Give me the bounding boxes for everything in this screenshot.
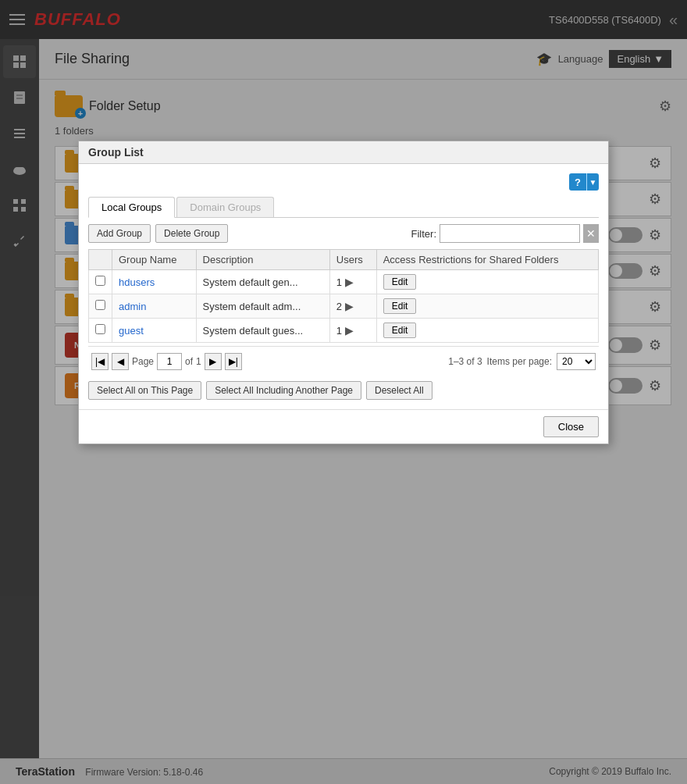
toolbar-right: Filter: ✕ [411,224,600,243]
row-users: 1 ▶ [329,270,376,294]
dialog-footer: Close [79,409,608,444]
first-page-button[interactable]: |◀ [91,353,109,370]
pagination-left: |◀ ◀ Page of 1 ▶ ▶| [91,353,242,370]
of-value: 1 [196,356,201,367]
row-access: Edit [376,319,598,343]
row-description: System default adm... [196,294,329,319]
row-users: 2 ▶ [329,294,376,319]
last-page-button[interactable]: ▶| [225,353,242,370]
group-name-link[interactable]: guest [119,325,144,337]
filter-input[interactable] [440,224,580,243]
tab-domain-groups[interactable]: Domain Groups [176,197,274,217]
of-label: of [185,356,193,367]
table-row: admin System default adm... 2 ▶ Edit [89,294,599,319]
filter-label: Filter: [411,228,437,240]
col-description: Description [196,250,329,270]
row-edit-button[interactable]: Edit [383,298,417,314]
row-checkbox[interactable] [95,324,105,334]
group-name-link[interactable]: admin [119,301,146,312]
dialog-close-button[interactable]: Close [543,416,599,437]
row-group-name: hdusers [112,270,197,294]
pagination-right: 1–3 of 3 Items per page: 20 50 100 [448,353,596,370]
group-name-link[interactable]: hdusers [119,276,155,288]
per-page-select[interactable]: 20 50 100 [557,353,596,370]
row-description: System default gues... [196,319,329,343]
col-users: Users [329,250,376,270]
table-row: hdusers System default gen... 1 ▶ Edit [89,270,599,294]
row-users: 1 ▶ [329,319,376,343]
row-edit-button[interactable]: Edit [383,274,417,290]
add-group-button[interactable]: Add Group [88,224,151,243]
row-access: Edit [376,270,598,294]
row-description: System default gen... [196,270,329,294]
col-check [89,250,112,270]
group-list-dialog: Group List ? ▼ Local Groups Domain Group… [78,141,609,444]
row-access: Edit [376,294,598,319]
row-expand-button[interactable]: ▶ [345,300,354,312]
dialog-title: Group List [88,146,144,159]
row-expand-button[interactable]: ▶ [345,276,354,288]
pagination-bar: |◀ ◀ Page of 1 ▶ ▶| 1–3 of 3 Items per p… [88,346,599,376]
dialog-title-bar: Group List [79,141,608,164]
selection-bar: Select All on This Page Select All Inclu… [88,376,599,400]
prev-page-button[interactable]: ◀ [112,353,129,370]
row-check [89,294,112,319]
deselect-all-button[interactable]: Deselect All [366,381,432,400]
row-check [89,270,112,294]
page-label: Page [132,356,154,367]
tabs: Local Groups Domain Groups [88,197,599,218]
row-checkbox[interactable] [95,276,105,286]
select-all-page-button[interactable]: Select All on This Page [88,381,201,400]
count-label: 1–3 of 3 [448,356,482,367]
group-toolbar: Add Group Delete Group Filter: ✕ [88,224,599,243]
tab-local-groups[interactable]: Local Groups [88,197,175,218]
select-all-including-button[interactable]: Select All Including Another Page [206,381,361,400]
dialog-overlay: Group List ? ▼ Local Groups Domain Group… [0,0,687,784]
help-area: ? ▼ [88,173,599,191]
group-table: Group Name Description Users Access Rest… [88,249,599,343]
row-checkbox[interactable] [95,300,105,310]
delete-group-button[interactable]: Delete Group [155,224,228,243]
table-row: guest System default gues... 1 ▶ Edit [89,319,599,343]
row-expand-button[interactable]: ▶ [345,324,354,337]
next-page-button[interactable]: ▶ [205,353,222,370]
row-group-name: guest [112,319,197,343]
col-access: Access Restrictions for Shared Folders [376,250,598,270]
items-per-page-label: Items per page: [487,356,552,367]
help-button[interactable]: ? [569,173,586,191]
row-edit-button[interactable]: Edit [383,323,417,338]
col-group-name: Group Name [112,250,197,270]
filter-clear-button[interactable]: ✕ [583,224,599,243]
help-dropdown-button[interactable]: ▼ [586,173,599,191]
row-check [89,319,112,343]
row-group-name: admin [112,294,197,319]
dialog-body: ? ▼ Local Groups Domain Groups Add Group… [79,164,608,409]
toolbar-left: Add Group Delete Group [88,224,228,243]
page-input[interactable] [157,353,182,370]
